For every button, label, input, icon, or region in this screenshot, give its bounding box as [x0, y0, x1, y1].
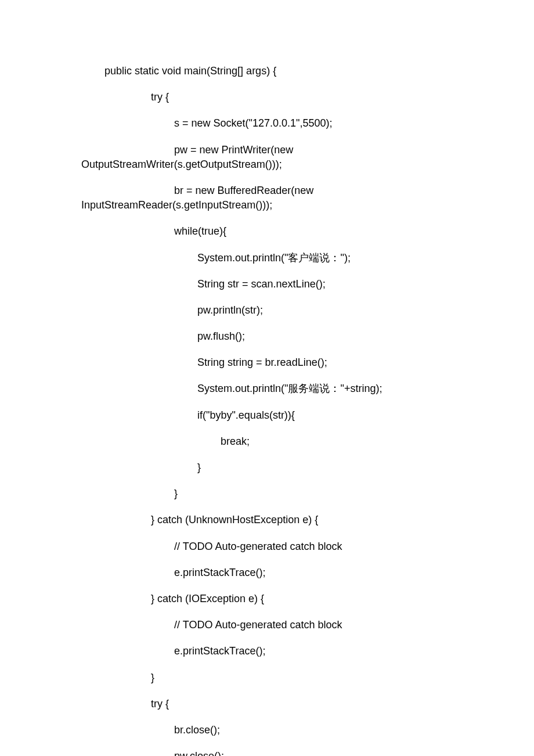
code-line: } — [81, 671, 453, 685]
code-line: e.printStackTrace(); — [81, 566, 453, 580]
code-line: } — [81, 487, 453, 501]
code-line: e.printStackTrace(); — [81, 644, 453, 658]
code-line: break; — [81, 434, 453, 449]
code-line: System.out.println("客户端说："); — [81, 251, 453, 265]
code-line: String string = br.readLine(); — [81, 355, 453, 370]
code-line: s = new Socket("127.0.0.1",5500); — [81, 116, 453, 131]
code-line: try { — [81, 697, 453, 711]
code-line: pw.close(); — [81, 749, 453, 756]
code-line: public static void main(String[] args) { — [81, 64, 453, 78]
code-line: pw.println(str); — [81, 303, 453, 318]
code-line: try { — [81, 90, 453, 105]
code-line: // TODO Auto-generated catch block — [81, 618, 453, 632]
code-line: br.close(); — [81, 723, 453, 737]
code-line: } catch (IOException e) { — [81, 592, 453, 606]
code-line: // TODO Auto-generated catch block — [81, 539, 453, 554]
code-line: pw = new PrintWriter(new OutputStreamWri… — [81, 143, 453, 172]
code-line: while(true){ — [81, 224, 453, 239]
code-line: if("byby".equals(str)){ — [81, 408, 453, 423]
code-line: pw.flush(); — [81, 329, 453, 344]
code-line: String str = scan.nextLine(); — [81, 277, 453, 291]
code-line: } catch (UnknownHostException e) { — [81, 513, 453, 527]
code-line: } — [81, 460, 453, 475]
code-document: public static void main(String[] args) {… — [0, 0, 534, 756]
code-line: br = new BufferedReader(new InputStreamR… — [81, 183, 453, 213]
code-line: System.out.println("服务端说："+string); — [81, 381, 453, 396]
